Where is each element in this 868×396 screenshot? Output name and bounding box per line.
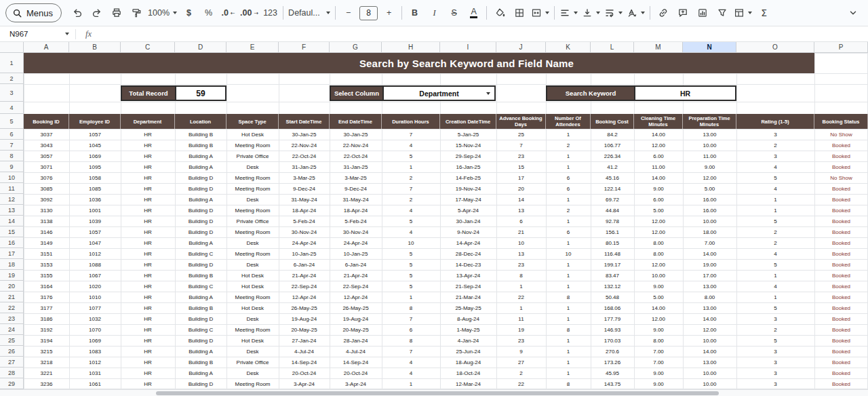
table-views-button[interactable] bbox=[732, 5, 754, 21]
cell-B7[interactable]: 1045 bbox=[69, 140, 121, 151]
cell-B17[interactable]: 1012 bbox=[69, 248, 121, 259]
row-header-27[interactable]: 27 bbox=[0, 357, 24, 368]
row-header-3[interactable]: 3 bbox=[0, 84, 24, 102]
cell-N12[interactable]: 16.00 bbox=[683, 194, 736, 205]
cell-A8[interactable]: 3057 bbox=[24, 151, 69, 161]
cell-N24[interactable]: 12.00 bbox=[683, 324, 736, 335]
cell-H23[interactable]: 7 bbox=[382, 313, 440, 324]
insert-link-button[interactable] bbox=[653, 5, 673, 21]
cell-J25[interactable]: 23 bbox=[496, 335, 546, 346]
cell-C29[interactable]: HR bbox=[121, 378, 175, 389]
cell-F11[interactable]: 9-Dec-24 bbox=[279, 183, 330, 194]
cell-L9[interactable]: 41.2 bbox=[591, 161, 634, 172]
cell-P7[interactable]: Booked bbox=[814, 140, 868, 151]
cell-K21[interactable]: 8 bbox=[546, 292, 591, 302]
cell-K29[interactable]: 8 bbox=[546, 378, 591, 389]
cell-P13[interactable]: Booked bbox=[814, 205, 868, 216]
cell-M27[interactable]: 7.00 bbox=[634, 357, 683, 368]
cell-D25[interactable]: Building D bbox=[175, 335, 226, 346]
cell-J21[interactable]: 22 bbox=[496, 292, 546, 302]
cell-F10[interactable]: 3-Mar-25 bbox=[279, 172, 330, 183]
cell-O11[interactable]: 4 bbox=[736, 183, 814, 194]
cell-C17[interactable]: HR bbox=[121, 248, 175, 259]
cell-M19[interactable]: 10.00 bbox=[634, 270, 683, 281]
cell-O10[interactable]: 5 bbox=[736, 172, 814, 183]
cell-H13[interactable]: 4 bbox=[382, 205, 440, 216]
cell-M14[interactable]: 12.00 bbox=[634, 216, 683, 226]
cell-B21[interactable]: 1010 bbox=[69, 292, 121, 302]
cell-A16[interactable]: 3149 bbox=[24, 237, 69, 248]
row-header-7[interactable]: 7 bbox=[0, 140, 24, 151]
row-header-26[interactable]: 26 bbox=[0, 346, 24, 357]
cell-A10[interactable]: 3076 bbox=[24, 172, 69, 183]
cell-L21[interactable]: 50.48 bbox=[591, 292, 634, 302]
cell-H27[interactable]: 4 bbox=[382, 357, 440, 368]
cell-E25[interactable]: Hot Desk bbox=[226, 335, 279, 346]
cell-C28[interactable]: HR bbox=[121, 368, 175, 378]
cell-H18[interactable]: 5 bbox=[382, 259, 440, 270]
column-header-I[interactable]: I bbox=[440, 42, 496, 53]
cell-K28[interactable]: 1 bbox=[546, 368, 591, 378]
cell-F23[interactable]: 19-Aug-24 bbox=[279, 313, 330, 324]
table-header-cell[interactable]: Employee ID bbox=[69, 114, 121, 129]
cell-I28[interactable]: 18-Oct-24 bbox=[440, 368, 496, 378]
cell-B23[interactable]: 1032 bbox=[69, 313, 121, 324]
cell-F26[interactable]: 4-Jul-24 bbox=[279, 346, 330, 357]
cell-F6[interactable]: 30-Jan-25 bbox=[279, 129, 330, 140]
row-header-21[interactable]: 21 bbox=[0, 292, 24, 302]
column-header-D[interactable]: D bbox=[175, 42, 226, 53]
cell-F15[interactable]: 30-Nov-24 bbox=[279, 226, 330, 237]
cell-P11[interactable]: Booked bbox=[814, 183, 868, 194]
table-header-cell[interactable]: End DateTime bbox=[330, 114, 382, 129]
cell-J12[interactable]: 14 bbox=[496, 194, 546, 205]
row-header-28[interactable]: 28 bbox=[0, 368, 24, 378]
cell-F28[interactable]: 20-Oct-24 bbox=[279, 368, 330, 378]
bold-button[interactable]: B bbox=[405, 5, 425, 21]
cell-I19[interactable]: 13-Apr-24 bbox=[440, 270, 496, 281]
column-header-N[interactable]: N bbox=[683, 42, 736, 53]
row-header-17[interactable]: 17 bbox=[0, 248, 24, 259]
cell-J22[interactable]: 1 bbox=[496, 302, 546, 313]
cell-M22[interactable]: 14.00 bbox=[634, 302, 683, 313]
cell-E10[interactable]: Meeting Room bbox=[226, 172, 279, 183]
cell-B16[interactable]: 1047 bbox=[69, 237, 121, 248]
cell-O22[interactable]: 5 bbox=[736, 302, 814, 313]
cell-G9[interactable]: 31-Jan-25 bbox=[330, 161, 382, 172]
cell-H9[interactable]: 1 bbox=[382, 161, 440, 172]
cell-M23[interactable]: 12.00 bbox=[634, 313, 683, 324]
table-header-cell[interactable]: Booking Cost bbox=[591, 114, 634, 129]
cell-M24[interactable]: 9.00 bbox=[634, 324, 683, 335]
cell-D16[interactable]: Building A bbox=[175, 237, 226, 248]
paint-format-button[interactable] bbox=[126, 5, 146, 21]
cell-B18[interactable]: 1088 bbox=[69, 259, 121, 270]
row-header-1[interactable]: 1 bbox=[0, 53, 24, 73]
cell-E27[interactable]: Private Office bbox=[226, 357, 279, 368]
cell-H7[interactable]: 4 bbox=[382, 140, 440, 151]
cell-L14[interactable]: 92.78 bbox=[591, 216, 634, 226]
strikethrough-button[interactable]: S bbox=[444, 5, 464, 21]
cell-N10[interactable]: 12.00 bbox=[683, 172, 736, 183]
cell-B19[interactable]: 1067 bbox=[69, 270, 121, 281]
cell-E7[interactable]: Meeting Room bbox=[226, 140, 279, 151]
cell-J26[interactable]: 9 bbox=[496, 346, 546, 357]
table-header-cell[interactable]: Booking Status bbox=[814, 114, 868, 129]
cell-N21[interactable]: 8.00 bbox=[683, 292, 736, 302]
cell-J16[interactable]: 10 bbox=[496, 237, 546, 248]
cell-F24[interactable]: 20-May-25 bbox=[279, 324, 330, 335]
cell-D24[interactable]: Building C bbox=[175, 324, 226, 335]
cell-E23[interactable]: Desk bbox=[226, 313, 279, 324]
column-header-H[interactable]: H bbox=[382, 42, 440, 53]
column-header-P[interactable]: P bbox=[814, 42, 868, 53]
cell-K15[interactable]: 6 bbox=[546, 226, 591, 237]
cell-F29[interactable]: 3-Apr-24 bbox=[279, 378, 330, 389]
cell-H12[interactable]: 2 bbox=[382, 194, 440, 205]
cell-D14[interactable]: Building D bbox=[175, 216, 226, 226]
table-header-cell[interactable]: Preparation Time Minutes bbox=[683, 114, 736, 129]
cell-N28[interactable]: 10.00 bbox=[683, 368, 736, 378]
cell-P17[interactable]: Booked bbox=[814, 248, 868, 259]
cell-I11[interactable]: 19-Nov-24 bbox=[440, 183, 496, 194]
cell-O7[interactable]: 2 bbox=[736, 140, 814, 151]
cell-L28[interactable]: 45.95 bbox=[591, 368, 634, 378]
cell-H21[interactable]: 1 bbox=[382, 292, 440, 302]
cell-E12[interactable]: Desk bbox=[226, 194, 279, 205]
